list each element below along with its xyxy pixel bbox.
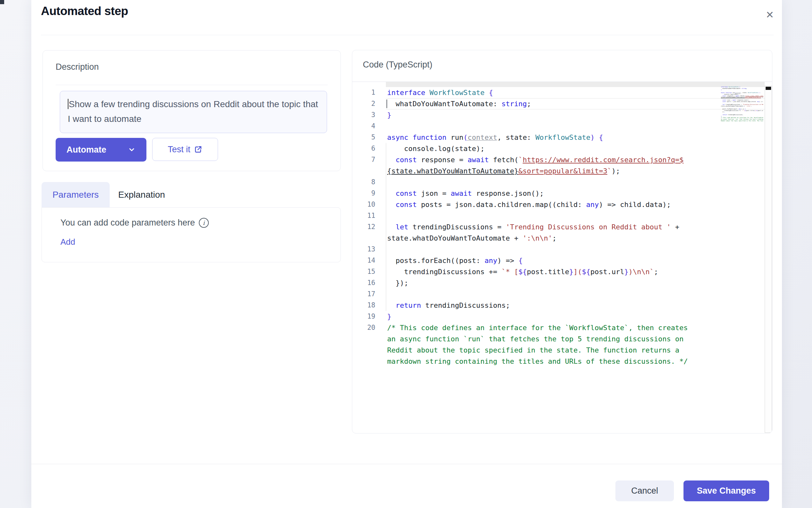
line-number: 17 bbox=[352, 289, 375, 300]
line-number: 14 bbox=[352, 255, 375, 266]
parameters-panel: You can add code parameters here i Add bbox=[42, 207, 341, 262]
line-number bbox=[352, 333, 375, 344]
code-row: an async function `run` that fetches the… bbox=[352, 333, 765, 344]
code-row: 10 const posts = json.data.children.map(… bbox=[352, 199, 765, 210]
code-row: 6 console.log(state); bbox=[352, 143, 765, 154]
external-link-icon bbox=[194, 145, 202, 154]
code-row: 2 whatDoYouWantToAutomate: string; bbox=[352, 98, 765, 110]
close-icon[interactable]: ✕ bbox=[763, 8, 777, 22]
info-icon[interactable]: i bbox=[199, 218, 209, 228]
description-card: Description Show a few trending discussi… bbox=[43, 50, 341, 171]
code-row: 15 trendingDiscussions += `* [${post.tit… bbox=[352, 266, 765, 278]
line-number: 5 bbox=[352, 132, 375, 143]
code-lines: 1interface WorkflowState {2 whatDoYouWan… bbox=[352, 87, 765, 367]
code-row: 1interface WorkflowState { bbox=[352, 87, 765, 98]
add-parameter-link[interactable]: Add bbox=[60, 237, 75, 247]
code-row: 7 const response = await fetch(`https://… bbox=[352, 154, 765, 165]
line-number bbox=[352, 344, 375, 356]
automate-button-label: Automate bbox=[66, 145, 106, 155]
code-row: 3} bbox=[352, 110, 765, 121]
code-row: 19} bbox=[352, 311, 765, 322]
editor-minimap[interactable]: interface WorkflowState { whatDoYouWantT… bbox=[721, 86, 763, 122]
text-cursor bbox=[68, 99, 68, 109]
editor-top-strip bbox=[386, 82, 765, 87]
editor-scrollbar[interactable] bbox=[765, 86, 772, 433]
line-number: 7 bbox=[352, 154, 375, 165]
tab-parameters-label: Parameters bbox=[52, 190, 99, 200]
screen: Automated step ✕ Description Show a few … bbox=[0, 0, 812, 508]
line-number: 19 bbox=[352, 311, 375, 322]
description-actions: Automate Test it bbox=[56, 138, 218, 162]
parameters-hint: You can add code parameters here i bbox=[60, 218, 209, 228]
chevron-down-icon bbox=[128, 146, 136, 154]
header-divider bbox=[41, 35, 774, 35]
line-number: 16 bbox=[352, 278, 375, 289]
description-label: Description bbox=[56, 62, 99, 72]
test-it-label: Test it bbox=[168, 144, 191, 155]
description-text: Show a few trending discussions on Reddi… bbox=[68, 99, 318, 124]
code-row: 8 bbox=[352, 177, 765, 188]
code-editor[interactable]: 1interface WorkflowState {2 whatDoYouWan… bbox=[352, 82, 772, 433]
code-row: 14 posts.forEach((post: any) => { bbox=[352, 255, 765, 266]
code-row: {state.whatDoYouWantToAutomate}&sort=pop… bbox=[352, 165, 765, 177]
line-number: 3 bbox=[352, 110, 375, 121]
line-number bbox=[352, 165, 375, 177]
line-number bbox=[352, 232, 375, 244]
code-row: 20/* This code defines an interface for … bbox=[352, 322, 765, 333]
screen-corner bbox=[0, 0, 4, 4]
automate-button[interactable]: Automate bbox=[56, 138, 146, 162]
line-number: 20 bbox=[352, 322, 375, 333]
tab-explanation[interactable]: Explanation bbox=[110, 182, 174, 207]
code-row: 4 bbox=[352, 121, 765, 132]
line-number: 1 bbox=[352, 87, 375, 98]
modal-title: Automated step bbox=[41, 4, 128, 18]
parameters-hint-text: You can add code parameters here bbox=[60, 218, 195, 228]
line-number: 8 bbox=[352, 177, 375, 188]
line-number: 9 bbox=[352, 188, 375, 199]
automated-step-modal: Automated step ✕ Description Show a few … bbox=[31, 0, 782, 508]
footer-divider bbox=[31, 464, 782, 464]
line-number bbox=[352, 356, 375, 367]
line-number: 12 bbox=[352, 221, 375, 232]
line-number: 13 bbox=[352, 244, 375, 255]
line-number: 2 bbox=[352, 98, 375, 110]
code-row: 5async function run(context, state: Work… bbox=[352, 132, 765, 143]
test-it-button[interactable]: Test it bbox=[152, 138, 218, 161]
code-row: state.whatDoYouWantToAutomate + ':\n\n'; bbox=[352, 232, 765, 244]
code-panel: Code (TypeScript) 1interface WorkflowSta… bbox=[352, 50, 772, 433]
code-row: 13 bbox=[352, 244, 765, 255]
code-row: 18 return trendingDiscussions; bbox=[352, 300, 765, 311]
save-changes-button[interactable]: Save Changes bbox=[683, 480, 769, 501]
code-row: 16 }); bbox=[352, 278, 765, 289]
description-divider bbox=[56, 85, 328, 85]
editor-cursor bbox=[386, 99, 387, 108]
line-number: 18 bbox=[352, 300, 375, 311]
code-panel-title: Code (TypeScript) bbox=[363, 60, 433, 70]
tab-parameters[interactable]: Parameters bbox=[42, 182, 110, 207]
code-row: markdown string containing the titles an… bbox=[352, 356, 765, 367]
cancel-button[interactable]: Cancel bbox=[615, 480, 674, 501]
code-row: 17 bbox=[352, 289, 765, 300]
code-row: 9 const json = await response.json(); bbox=[352, 188, 765, 199]
line-number: 6 bbox=[352, 143, 375, 154]
line-number: 10 bbox=[352, 199, 375, 210]
line-number: 11 bbox=[352, 210, 375, 221]
line-number: 4 bbox=[352, 121, 375, 132]
editor-scrollbar-thumb[interactable] bbox=[766, 87, 771, 90]
tab-explanation-label: Explanation bbox=[118, 190, 165, 200]
code-row: 11 bbox=[352, 210, 765, 221]
code-row: 12 let trendingDiscussions = 'Trending D… bbox=[352, 221, 765, 232]
description-textarea[interactable]: Show a few trending discussions on Reddi… bbox=[60, 91, 327, 133]
line-number: 15 bbox=[352, 266, 375, 278]
code-row: Reddit about the topic specified in the … bbox=[352, 344, 765, 356]
